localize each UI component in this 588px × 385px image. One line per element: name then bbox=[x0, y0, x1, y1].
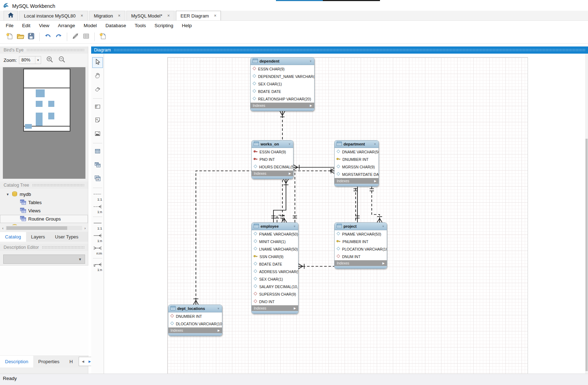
column-row[interactable]: SALARY DECIMAL(10,2) bbox=[252, 283, 298, 290]
scroll-left-icon[interactable]: ‹ bbox=[0, 226, 6, 230]
indexes-section[interactable]: Indexes▶ bbox=[168, 327, 222, 333]
column-row[interactable]: ADDRESS VARCHAR(50) bbox=[252, 268, 298, 275]
tool-eraser-button[interactable] bbox=[92, 84, 103, 95]
bottom-tab-properties[interactable]: Properties bbox=[33, 356, 64, 367]
column-row[interactable]: LNAME VARCHAR(50) bbox=[252, 245, 298, 253]
sidebar-tab-catalog[interactable]: Catalog bbox=[0, 232, 26, 242]
column-row[interactable]: DNUM INT bbox=[335, 253, 387, 260]
column-row[interactable]: FNAME VARCHAR(50) bbox=[252, 230, 298, 238]
table-header[interactable]: dependent▼ bbox=[251, 58, 314, 65]
diagram-table-works_on[interactable]: works_on▼ESSN CHAR(9)PNO INTHOURS DECIMA… bbox=[251, 140, 293, 179]
menu-view[interactable]: View bbox=[35, 22, 54, 29]
column-row[interactable]: SUPERSSN CHAR(9) bbox=[252, 290, 298, 298]
column-row[interactable]: PNAME VARCHAR(50) bbox=[335, 230, 387, 238]
indexes-section[interactable]: Indexes▶ bbox=[252, 171, 293, 176]
scrollbar-thumb[interactable] bbox=[585, 139, 588, 371]
new-model-button[interactable] bbox=[4, 32, 15, 42]
indexes-section[interactable]: Indexes▶ bbox=[251, 103, 314, 108]
tool-hand-button[interactable] bbox=[92, 71, 103, 82]
table-header[interactable]: dept_locations▼ bbox=[168, 305, 222, 312]
relationship-tool-solid-1n-button[interactable]: 1:n bbox=[92, 233, 103, 243]
tool-cursor-button[interactable] bbox=[92, 57, 103, 68]
zoom-out-icon[interactable] bbox=[58, 56, 65, 64]
table-grid-button[interactable] bbox=[81, 32, 92, 42]
menu-edit[interactable]: Edit bbox=[18, 22, 35, 29]
menu-scripting[interactable]: Scripting bbox=[150, 22, 178, 29]
description-object-select[interactable]: ▼ bbox=[3, 255, 85, 264]
diagram-table-dept_locations[interactable]: dept_locations▼DNUMBER INTDLOCATION VARC… bbox=[168, 305, 222, 336]
indexes-section[interactable]: Indexes▶ bbox=[335, 178, 379, 184]
zoom-combobox[interactable]: 80% ▼ bbox=[19, 56, 41, 64]
sidebar-tab-layers[interactable]: Layers bbox=[26, 232, 50, 242]
relationship-tool-solid-nm-button[interactable]: n:m bbox=[92, 245, 103, 255]
close-icon[interactable]: × bbox=[118, 13, 120, 18]
save-model-button[interactable] bbox=[26, 32, 36, 42]
undo-button[interactable] bbox=[43, 32, 53, 42]
birds-eye-minimap[interactable] bbox=[3, 67, 85, 179]
collapse-arrow-icon[interactable]: ▼ bbox=[382, 225, 385, 228]
menu-tools[interactable]: Tools bbox=[130, 22, 150, 29]
menu-database[interactable]: Database bbox=[101, 22, 130, 29]
zoom-in-icon[interactable] bbox=[46, 56, 53, 64]
scrollbar-track[interactable] bbox=[6, 226, 82, 230]
tree-item-views[interactable]: Views bbox=[0, 207, 88, 215]
close-icon[interactable]: × bbox=[214, 13, 216, 18]
document-tab-migration[interactable]: Migration× bbox=[89, 11, 125, 20]
column-row[interactable]: HOURS DECIMAL(5,2) bbox=[252, 163, 293, 171]
relationship-tool-solid-11-button[interactable]: 1:1 bbox=[92, 220, 103, 230]
tool-table-button[interactable] bbox=[92, 147, 103, 157]
expand-arrow-icon[interactable]: ▶ bbox=[289, 172, 291, 175]
column-row[interactable]: DEPENDENT_NAME VARCHAR(50) bbox=[251, 73, 314, 80]
relationship-tool-dashed-11-button[interactable]: 1:1 bbox=[92, 191, 103, 201]
column-row[interactable]: DNAME VARCHAR(50) bbox=[335, 148, 379, 156]
collapse-arrow-icon[interactable]: ▼ bbox=[288, 143, 291, 146]
table-header[interactable]: employee▼ bbox=[252, 223, 298, 230]
document-tab-eer-diagram[interactable]: EER Diagram× bbox=[176, 11, 221, 20]
sidebar-horizontal-scrollbar[interactable]: ‹ › bbox=[0, 225, 88, 231]
column-row[interactable]: SEX CHAR(1) bbox=[251, 80, 314, 88]
tool-layer-button[interactable]: L bbox=[92, 102, 103, 113]
column-row[interactable]: ESSN CHAR(9) bbox=[252, 148, 293, 156]
column-row[interactable]: ESSN CHAR(9) bbox=[251, 65, 314, 73]
tool-view-button[interactable] bbox=[92, 160, 103, 171]
table-header[interactable]: project▼ bbox=[335, 223, 387, 230]
new-diagram-button[interactable] bbox=[98, 32, 108, 42]
diagram-vertical-scrollbar[interactable] bbox=[585, 54, 588, 374]
tree-item-routine-groups[interactable]: Routine Groups bbox=[0, 215, 88, 223]
relationship-tool-existing-1n-button[interactable]: 1:n bbox=[92, 262, 103, 272]
column-row[interactable]: MINIT CHAR(1) bbox=[252, 238, 298, 245]
document-tab-mysql-model-[interactable]: MySQL Model*× bbox=[127, 11, 174, 20]
collapse-arrow-icon[interactable]: ▼ bbox=[309, 60, 312, 63]
expand-arrow-icon[interactable]: ▶ bbox=[374, 179, 376, 183]
diagram-table-employee[interactable]: employee▼FNAME VARCHAR(50)MINIT CHAR(1)L… bbox=[251, 222, 298, 314]
indexes-section[interactable]: Indexes▶ bbox=[252, 305, 298, 311]
bottom-tab-h[interactable]: H bbox=[64, 356, 78, 367]
diagram-table-dependent[interactable]: dependent▼ESSN CHAR(9)DEPENDENT_NAME VAR… bbox=[250, 57, 315, 111]
redo-button[interactable] bbox=[53, 32, 64, 42]
expand-arrow-icon[interactable]: ▶ bbox=[218, 329, 220, 332]
document-tab-local-instance-mysql80[interactable]: Local instance MySQL80× bbox=[19, 11, 88, 20]
open-model-button[interactable] bbox=[15, 32, 26, 42]
tab-scroll-left-icon[interactable]: ◄ bbox=[81, 359, 85, 364]
diagram-table-department[interactable]: department▼DNAME VARCHAR(50)DNUMBER INTM… bbox=[334, 140, 379, 187]
bottom-tab-description[interactable]: Description bbox=[0, 356, 33, 367]
home-tab[interactable] bbox=[4, 11, 18, 20]
menu-model[interactable]: Model bbox=[79, 22, 101, 29]
column-row[interactable]: SSN CHAR(9) bbox=[252, 253, 298, 260]
column-row[interactable]: PLOCATION VARCHAR(100) bbox=[335, 245, 387, 253]
column-row[interactable]: PNUMBER INT bbox=[335, 238, 387, 245]
column-row[interactable]: BDATE DATE bbox=[251, 88, 314, 95]
sidebar-tab-user-types[interactable]: User Types bbox=[50, 232, 84, 242]
column-row[interactable]: PNO INT bbox=[252, 156, 293, 163]
tree-item-tables[interactable]: Tables bbox=[0, 198, 88, 207]
description-editor-body[interactable] bbox=[0, 265, 88, 355]
menu-file[interactable]: File bbox=[1, 22, 18, 29]
expanded-triangle-icon[interactable]: ▼ bbox=[6, 193, 10, 196]
marker-off-button[interactable] bbox=[70, 32, 81, 42]
close-icon[interactable]: × bbox=[81, 13, 83, 18]
expand-arrow-icon[interactable]: ▶ bbox=[294, 307, 296, 310]
tool-routine-group-button[interactable]: DB bbox=[92, 174, 103, 184]
tool-note-button[interactable]: N bbox=[92, 115, 103, 126]
scroll-right-icon[interactable]: › bbox=[82, 226, 88, 230]
column-row[interactable]: RELATIONSHIP VARCHAR(20) bbox=[251, 95, 314, 103]
